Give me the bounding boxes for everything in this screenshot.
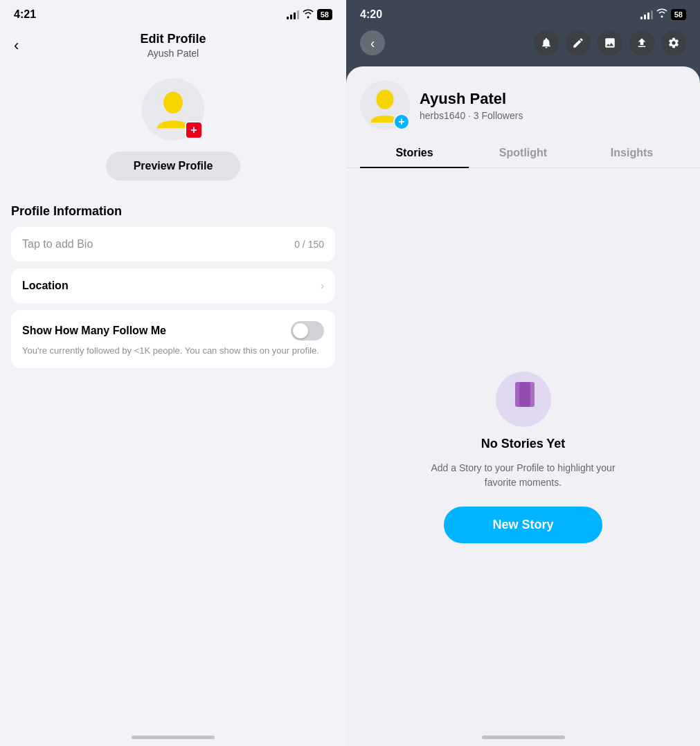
home-indicator-right [482, 736, 565, 739]
pencil-icon-button[interactable] [566, 30, 591, 55]
bell-icon [540, 37, 553, 49]
location-label: Location [22, 280, 69, 292]
home-indicator-left [132, 736, 215, 739]
back-button-right[interactable]: ‹ [360, 30, 385, 55]
profile-handle: herbs1640 · 3 Followers [420, 110, 523, 121]
upload-icon [636, 37, 648, 49]
page-title-left: Edit Profile [140, 32, 206, 46]
preview-profile-button[interactable]: Preview Profile [106, 152, 241, 181]
profile-info-title: Profile Information [11, 204, 335, 219]
follow-me-description: You're currently followed by <1K people.… [22, 345, 324, 357]
svg-point-1 [377, 89, 394, 109]
stories-empty-state: No Stories Yet Add a Story to your Profi… [346, 168, 700, 746]
status-bar-left: 4:21 58 [0, 0, 346, 25]
wifi-icon-right [656, 8, 667, 21]
follow-row: Show How Many Follow Me [22, 321, 324, 340]
status-icons-left: 58 [287, 9, 332, 21]
image-icon-button[interactable] [598, 30, 622, 55]
status-time-left: 4:21 [14, 8, 36, 21]
profile-card: + Ayush Patel herbs1640 · 3 Followers St… [346, 66, 700, 746]
upload-icon-button[interactable] [629, 30, 654, 55]
bell-icon-button[interactable] [534, 30, 559, 55]
location-row: Location › [11, 269, 335, 303]
follow-me-toggle[interactable] [291, 321, 324, 340]
no-stories-title: No Stories Yet [481, 437, 566, 451]
svg-rect-3 [519, 382, 535, 407]
profile-name: Ayush Patel [420, 90, 523, 108]
avatar-wrapper[interactable]: + [142, 78, 204, 140]
left-title-block: Edit Profile Ayush Patel [140, 32, 206, 59]
page-subtitle-left: Ayush Patel [140, 48, 206, 59]
status-time-right: 4:20 [360, 8, 382, 21]
toggle-knob [293, 323, 308, 338]
signal-icon-left [287, 10, 299, 19]
location-card[interactable]: Location › [11, 269, 335, 303]
left-panel: 4:21 58 ‹ Edit Profile Ayush Patel [0, 0, 346, 746]
status-bar-right: 4:20 58 [346, 0, 700, 25]
bio-row: Tap to add Bio 0 / 150 [11, 227, 335, 262]
tabs-row: Stories Spotlight Insights [346, 138, 700, 168]
left-header: ‹ Edit Profile Ayush Patel [0, 25, 346, 64]
tab-spotlight[interactable]: Spotlight [469, 138, 577, 167]
bio-placeholder: Tap to add Bio [22, 238, 93, 251]
battery-icon-left: 58 [317, 9, 332, 20]
avatar-add-badge[interactable]: + [185, 121, 203, 139]
bio-card[interactable]: Tap to add Bio 0 / 150 [11, 227, 335, 262]
profile-info-section: Profile Information Tap to add Bio 0 / 1… [0, 192, 346, 375]
avatar-section: + Preview Profile [0, 64, 346, 192]
stories-icon-wrapper [496, 372, 551, 427]
signal-icon-right [640, 10, 653, 19]
chevron-right-icon: › [321, 280, 324, 292]
right-header: ‹ [346, 25, 700, 66]
follow-me-card: Show How Many Follow Me You're currently… [11, 310, 335, 368]
profile-avatar-right: + [360, 80, 410, 130]
follow-me-label: Show How Many Follow Me [22, 325, 166, 337]
back-button-left[interactable]: ‹ [14, 37, 19, 55]
profile-card-header: + Ayush Patel herbs1640 · 3 Followers [346, 66, 700, 138]
profile-name-block: Ayush Patel herbs1640 · 3 Followers [420, 90, 523, 121]
pencil-icon [572, 37, 584, 49]
status-icons-right: 58 [640, 8, 686, 21]
book-icon [510, 381, 537, 411]
right-action-icons [534, 30, 686, 55]
image-icon [604, 37, 616, 49]
profile-add-badge[interactable]: + [393, 113, 410, 130]
stories-book-icon [510, 381, 537, 417]
new-story-button[interactable]: New Story [444, 507, 602, 543]
tab-stories[interactable]: Stories [360, 138, 469, 167]
gear-icon-button[interactable] [661, 30, 686, 55]
right-panel: 4:20 58 ‹ [346, 0, 700, 746]
gear-icon [667, 37, 680, 49]
bio-count: 0 / 150 [294, 239, 324, 250]
wifi-icon-left [303, 9, 314, 21]
tab-insights[interactable]: Insights [577, 138, 686, 167]
svg-point-0 [163, 92, 183, 113]
battery-icon-right: 58 [671, 9, 686, 20]
no-stories-description: Add a Story to your Profile to highlight… [420, 461, 627, 490]
